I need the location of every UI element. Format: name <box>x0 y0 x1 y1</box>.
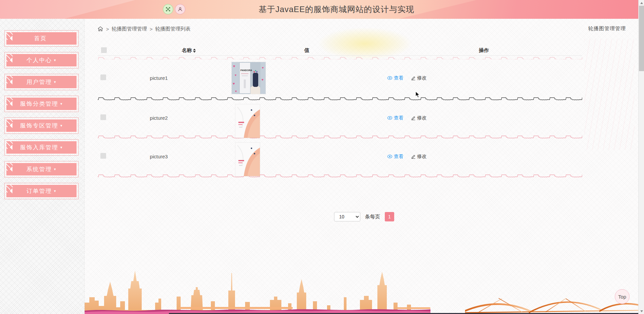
sidebar-item-label: 首页 <box>34 35 47 42</box>
wavy-divider-dark <box>98 96 582 101</box>
svg-text:PANDORA: PANDORA <box>240 69 252 71</box>
sidebar-item-label: 订单管理 <box>27 187 52 195</box>
corner-stripes-decor <box>6 32 15 41</box>
carousel-image-1: ♥ ♥ ♥ ♥ ♥ ♥ PANDORA <box>232 62 266 94</box>
sidebar-item-clothing-stock[interactable]: 服饰入库管理 ▾ <box>6 141 77 154</box>
page-title: 基于JavaEE的服饰商城网站的设计与实现 <box>0 0 644 19</box>
back-to-top-button[interactable]: Top <box>615 289 630 304</box>
table-header-row: 名称 值 操作 <box>98 46 582 56</box>
carousel-table: 名称 值 操作 picture1 ♥ ♥ ♥ ♥ ♥ ♥ <box>98 46 582 178</box>
svg-text:♥: ♥ <box>235 90 237 93</box>
page-number-button[interactable]: 1 <box>385 212 394 221</box>
corner-stripes-decor <box>6 54 15 63</box>
edit-link[interactable]: 修改 <box>411 153 427 160</box>
breadcrumb-separator: > <box>150 26 153 32</box>
caret-down-icon: ▾ <box>54 167 57 171</box>
svg-text:♥: ♥ <box>233 64 235 68</box>
corner-stripes-decor <box>6 98 15 106</box>
eye-icon <box>387 76 393 80</box>
carousel-image-2 <box>235 104 260 138</box>
caret-down-icon: ▾ <box>54 189 57 193</box>
per-page-label: 条每页 <box>365 214 380 220</box>
column-header-value: 值 <box>280 47 334 54</box>
edit-icon <box>411 115 416 120</box>
scrollbar-thumb[interactable] <box>639 6 644 71</box>
caret-down-icon: ▾ <box>60 145 63 150</box>
svg-text:♥: ♥ <box>262 66 264 69</box>
breadcrumb-separator: > <box>106 26 109 32</box>
city-skyline-decor <box>85 265 430 314</box>
view-link[interactable]: 查看 <box>387 153 404 160</box>
sidebar-item-label: 用户管理 <box>27 78 52 86</box>
table-row: picture2 查看 <box>98 101 582 135</box>
pink-hatch-decor <box>584 39 635 150</box>
wavy-divider-pink <box>98 56 582 59</box>
scroll-down-arrow[interactable] <box>639 308 644 314</box>
edit-icon <box>411 75 416 80</box>
main-content: > 轮播图管理管理 > 轮播图管理列表 轮播图管理管理 名称 值 操作 pict… <box>84 19 644 314</box>
corner-stripes-decor <box>6 163 15 172</box>
sidebar-item-order-management[interactable]: 订单管理 ▾ <box>6 184 77 198</box>
caret-down-icon: ▾ <box>54 80 57 84</box>
sort-icon[interactable] <box>193 49 196 53</box>
eye-icon <box>387 116 393 120</box>
breadcrumb: > 轮播图管理管理 > 轮播图管理列表 <box>97 25 191 33</box>
sidebar-item-system-management[interactable]: 系统管理 ▾ <box>6 162 77 176</box>
app-header: 基于JavaEE的服饰商城网站的设计与实现 <box>0 0 644 19</box>
breadcrumb-level1[interactable]: 轮播图管理管理 <box>112 26 147 32</box>
sidebar-item-label: 服饰专区管理 <box>20 122 58 129</box>
row-checkbox[interactable] <box>100 74 106 80</box>
svg-text:♥: ♥ <box>262 78 264 82</box>
svg-text:♥: ♥ <box>235 73 236 77</box>
select-all-checkbox[interactable] <box>101 47 107 53</box>
caret-down-icon: ▾ <box>60 123 63 128</box>
edit-link[interactable]: 修改 <box>411 115 427 121</box>
fullscreen-icon <box>166 7 171 12</box>
eye-icon <box>387 154 393 158</box>
corner-stripes-decor <box>6 185 15 194</box>
wavy-divider-pink <box>98 173 582 178</box>
wavy-divider-pink <box>98 135 582 139</box>
svg-text:♥: ♥ <box>233 82 235 86</box>
edit-link[interactable]: 修改 <box>411 75 427 81</box>
sidebar-item-home[interactable]: 首页 <box>6 32 77 45</box>
sidebar-item-label: 系统管理 <box>27 165 52 173</box>
home-icon[interactable] <box>97 26 103 32</box>
row-name: picture2 <box>132 115 186 121</box>
sidebar-item-user-management[interactable]: 用户管理 ▾ <box>6 75 77 89</box>
column-header-operations: 操作 <box>457 47 511 54</box>
pagination: 10 条每页 1 <box>334 212 394 221</box>
caret-down-icon: ▾ <box>60 102 63 106</box>
corner-stripes-decor <box>6 119 15 128</box>
fullscreen-button[interactable] <box>163 4 173 14</box>
page-size-select[interactable]: 10 <box>334 212 360 221</box>
sidebar-item-label: 服饰分类管理 <box>20 100 58 108</box>
caret-down-icon: ▾ <box>54 58 57 62</box>
sidebar-item-clothing-category[interactable]: 服饰分类管理 ▾ <box>6 97 77 111</box>
view-link[interactable]: 查看 <box>387 75 404 81</box>
sidebar-item-label: 个人中心 <box>27 56 52 64</box>
view-link[interactable]: 查看 <box>387 115 404 121</box>
module-title: 轮播图管理管理 <box>588 25 626 32</box>
scroll-up-arrow[interactable] <box>639 0 644 6</box>
sidebar-item-clothing-zone[interactable]: 服饰专区管理 ▾ <box>6 119 77 133</box>
edit-icon <box>411 154 416 159</box>
row-checkbox[interactable] <box>100 114 106 120</box>
sidebar-item-personal-center[interactable]: 个人中心 ▾ <box>6 53 77 67</box>
corner-stripes-decor <box>6 76 15 85</box>
row-checkbox[interactable] <box>100 153 106 159</box>
corner-stripes-decor <box>6 141 15 150</box>
table-row: picture1 ♥ ♥ ♥ ♥ ♥ ♥ PANDORA <box>98 59 582 96</box>
carousel-image-3 <box>235 143 260 176</box>
breadcrumb-level2[interactable]: 轮播图管理列表 <box>155 26 191 32</box>
scrollbar[interactable] <box>638 0 644 314</box>
sidebar-item-label: 服饰入库管理 <box>20 144 58 151</box>
column-header-name[interactable]: 名称 <box>162 47 216 54</box>
user-button[interactable] <box>175 4 185 14</box>
user-icon <box>178 7 183 12</box>
row-name: picture3 <box>132 154 186 159</box>
table-row: picture3 查看 <box>98 139 582 173</box>
row-name: picture1 <box>132 75 186 81</box>
sidebar: 首页 个人中心 ▾ 用户管理 ▾ 服饰分类管理 ▾ 服饰专区管理 ▾ 服饰入库管… <box>0 19 84 314</box>
